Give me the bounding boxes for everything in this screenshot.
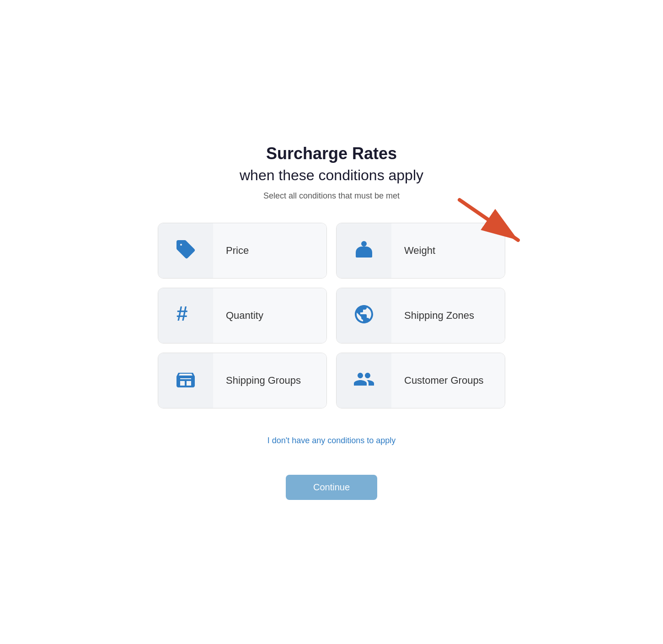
card-label-weight: Weight bbox=[404, 245, 435, 257]
boxes-icon bbox=[175, 368, 197, 393]
card-label-price: Price bbox=[226, 245, 249, 257]
card-label-area-price: Price bbox=[213, 223, 326, 278]
continue-button[interactable]: Continue bbox=[286, 475, 377, 500]
card-label-area-shipping-zones: Shipping Zones bbox=[391, 288, 505, 343]
card-label-area-customer-groups: Customer Groups bbox=[391, 353, 505, 408]
card-customer-groups[interactable]: Customer Groups bbox=[336, 353, 505, 408]
card-label-area-quantity: Quantity bbox=[213, 288, 326, 343]
card-shipping-groups[interactable]: Shipping Groups bbox=[158, 353, 327, 408]
card-icon-area-quantity: # bbox=[158, 288, 213, 343]
card-label-area-shipping-groups: Shipping Groups bbox=[213, 353, 326, 408]
weight-icon bbox=[353, 238, 375, 263]
svg-text:#: # bbox=[176, 303, 187, 325]
globe-icon bbox=[353, 303, 375, 328]
card-icon-area-weight bbox=[337, 223, 391, 278]
card-label-quantity: Quantity bbox=[226, 310, 263, 322]
card-label-customer-groups: Customer Groups bbox=[404, 375, 484, 386]
card-weight-wrapper: Weight bbox=[336, 223, 505, 279]
card-shipping-zones[interactable]: Shipping Zones bbox=[336, 288, 505, 343]
card-label-area-weight: Weight bbox=[391, 223, 505, 278]
card-weight[interactable]: Weight bbox=[336, 223, 505, 279]
card-price[interactable]: Price bbox=[158, 223, 327, 279]
page-title-normal: when these conditions apply bbox=[240, 167, 423, 184]
card-label-shipping-groups: Shipping Groups bbox=[226, 375, 301, 386]
card-icon-area-shipping-zones bbox=[337, 288, 391, 343]
card-icon-area-shipping-groups bbox=[158, 353, 213, 408]
card-quantity[interactable]: # Quantity bbox=[158, 288, 327, 343]
page-title-bold: Surcharge Rates bbox=[266, 144, 397, 163]
card-icon-area-price bbox=[158, 223, 213, 278]
page-instruction: Select all conditions that must be met bbox=[263, 191, 400, 201]
card-icon-area-customer-groups bbox=[337, 353, 391, 408]
page-container: Surcharge Rates when these conditions ap… bbox=[158, 144, 505, 500]
conditions-grid: Price Weight bbox=[158, 223, 505, 408]
price-tag-icon bbox=[175, 238, 197, 263]
people-icon bbox=[353, 368, 375, 393]
no-conditions-link[interactable]: I don't have any conditions to apply bbox=[267, 436, 396, 445]
card-label-shipping-zones: Shipping Zones bbox=[404, 310, 474, 322]
quantity-icon: # bbox=[175, 303, 197, 328]
